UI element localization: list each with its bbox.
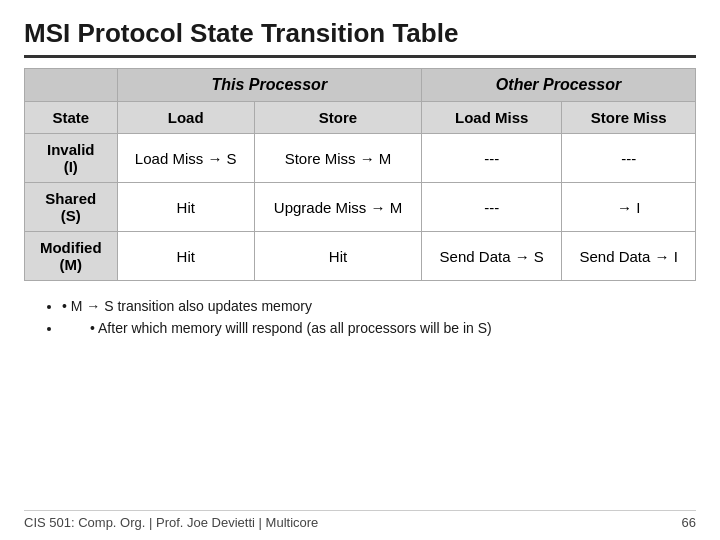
header-this-processor: This Processor [117, 69, 422, 102]
footnote-1-text: • M → S transition also updates memory [62, 298, 312, 314]
table-row: Modified(M) Hit Hit Send Data → S Send D… [25, 232, 696, 281]
cell-modified-loadmiss: Send Data → S [422, 232, 562, 281]
subheader-store-miss: Store Miss [562, 102, 696, 134]
footnote-2-text: • After which memory willl respond (as a… [90, 320, 492, 336]
transition-table: This Processor Other Processor State Loa… [24, 68, 696, 281]
header-other-processor: Other Processor [422, 69, 696, 102]
cell-invalid-storemiss: --- [562, 134, 696, 183]
footer-left: CIS 501: Comp. Org. | Prof. Joe Devietti… [24, 515, 318, 530]
subheader-store: Store [254, 102, 421, 134]
subheader-state: State [25, 102, 118, 134]
page-title: MSI Protocol State Transition Table [24, 18, 696, 58]
state-invalid: Invalid(I) [25, 134, 118, 183]
footer-page-number: 66 [682, 515, 696, 530]
cell-shared-loadmiss: --- [422, 183, 562, 232]
table-row: Invalid(I) Load Miss → S Store Miss → M … [25, 134, 696, 183]
table-subheader-row: State Load Store Load Miss Store Miss [25, 102, 696, 134]
cell-invalid-loadmiss: --- [422, 134, 562, 183]
cell-modified-store: Hit [254, 232, 421, 281]
cell-modified-storemiss: Send Data → I [562, 232, 696, 281]
cell-shared-load: Hit [117, 183, 254, 232]
footnote-2: • After which memory willl respond (as a… [62, 317, 696, 339]
state-shared: Shared(S) [25, 183, 118, 232]
footnote-1: • M → S transition also updates memory [62, 295, 696, 317]
subheader-load: Load [117, 102, 254, 134]
state-modified: Modified(M) [25, 232, 118, 281]
header-state-empty [25, 69, 118, 102]
subheader-load-miss: Load Miss [422, 102, 562, 134]
footnotes-section: • M → S transition also updates memory •… [24, 295, 696, 340]
cell-invalid-store: Store Miss → M [254, 134, 421, 183]
cell-shared-storemiss: → I [562, 183, 696, 232]
cell-invalid-load: Load Miss → S [117, 134, 254, 183]
cell-modified-load: Hit [117, 232, 254, 281]
table-row: Shared(S) Hit Upgrade Miss → M --- → I [25, 183, 696, 232]
table-header-row: This Processor Other Processor [25, 69, 696, 102]
page-footer: CIS 501: Comp. Org. | Prof. Joe Devietti… [24, 510, 696, 530]
cell-shared-store: Upgrade Miss → M [254, 183, 421, 232]
